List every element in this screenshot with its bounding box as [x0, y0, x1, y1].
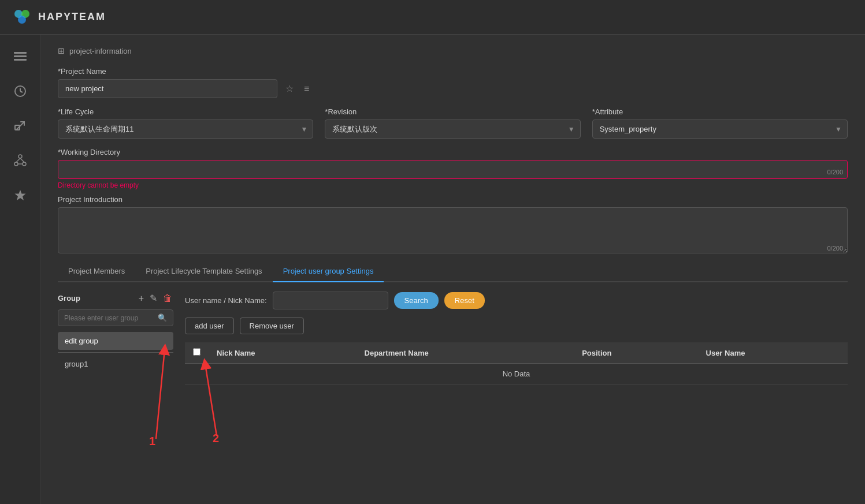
- svg-rect-5: [14, 59, 27, 61]
- group-search-wrapper[interactable]: 🔍: [58, 309, 173, 326]
- add-user-button[interactable]: add user: [185, 318, 234, 334]
- project-intro-wrapper: 0/200: [58, 207, 848, 255]
- tab-lifecycle-settings[interactable]: Project Lifecycle Template Settings: [135, 261, 272, 282]
- reset-button[interactable]: Reset: [444, 292, 485, 309]
- table-col-department: Department Name: [357, 342, 574, 364]
- revision-label: *Revision: [325, 107, 580, 116]
- breadcrumb: ⊞ project-information: [58, 46, 848, 55]
- logo: HAPYTEAM: [12, 7, 106, 28]
- lifecycle-label: *Life Cycle: [58, 107, 313, 116]
- attribute-select[interactable]: System_property: [592, 120, 848, 139]
- table-row-no-data: No Data: [185, 364, 848, 384]
- table-col-username: User Name: [698, 342, 848, 364]
- lifecycle-select-wrapper: 系统默认生命周期11 ▼: [58, 120, 313, 139]
- select-all-checkbox[interactable]: [193, 348, 201, 356]
- group-divider: [58, 352, 173, 353]
- group-actions: + ✎ 🗑: [138, 292, 173, 305]
- project-name-input[interactable]: [58, 79, 277, 98]
- group-search-icon: 🔍: [158, 313, 167, 322]
- svg-rect-4: [14, 55, 27, 57]
- svg-point-12: [23, 162, 26, 166]
- tab-content-usergroup: Group + ✎ 🗑 🔍 edit group: [58, 292, 848, 384]
- working-dir-wrapper: 0/200: [58, 160, 848, 179]
- lifecycle-col: *Life Cycle 系统默认生命周期11 ▼: [58, 107, 313, 139]
- breadcrumb-text: project-information: [69, 47, 132, 55]
- edit-group-button[interactable]: ✎: [149, 292, 158, 305]
- action-row: add user Remove user: [185, 318, 848, 334]
- delete-group-button[interactable]: 🗑: [162, 292, 173, 305]
- table-col-nickname: Nick Name: [209, 342, 357, 364]
- tab-bar: Project Members Project Lifecycle Templa…: [58, 261, 848, 282]
- group-item-group1[interactable]: group1: [58, 355, 173, 373]
- attribute-col: *Attribute System_property ▼: [592, 107, 848, 139]
- no-data-cell: No Data: [185, 364, 848, 384]
- working-dir-input[interactable]: [58, 160, 848, 179]
- user-table: Nick Name Department Name Position User …: [185, 342, 848, 384]
- svg-point-10: [18, 155, 22, 158]
- svg-rect-3: [14, 52, 27, 54]
- attribute-label: *Attribute: [592, 107, 848, 116]
- lifecycle-select[interactable]: 系统默认生命周期11: [58, 120, 313, 139]
- search-label: User name / Nick Name:: [185, 296, 267, 305]
- search-button[interactable]: Search: [394, 292, 439, 309]
- group-header: Group + ✎ 🗑: [58, 292, 173, 305]
- directory-error-msg: Directory cannot be empty: [58, 181, 848, 189]
- svg-line-8: [20, 91, 23, 92]
- sidebar-icon-share[interactable]: [10, 115, 31, 136]
- group-item-edit-group[interactable]: edit group: [58, 332, 173, 350]
- app-name: HAPYTEAM: [38, 11, 106, 23]
- search-row: User name / Nick Name: Search Reset: [185, 292, 848, 309]
- table-header: Nick Name Department Name Position User …: [185, 342, 848, 364]
- right-panel: User name / Nick Name: Search Reset add …: [185, 292, 848, 384]
- content-area: ⊞ project-information *Project Name ☆ ≡ …: [40, 35, 865, 504]
- list-icon-btn[interactable]: ≡: [302, 81, 311, 96]
- svg-line-13: [16, 158, 20, 162]
- username-search-input[interactable]: [273, 292, 388, 309]
- revision-col: *Revision 系统默认版次 ▼: [325, 107, 580, 139]
- tab-usergroup-settings[interactable]: Project user group Settings: [273, 261, 384, 282]
- tab-project-members[interactable]: Project Members: [58, 261, 135, 282]
- attribute-select-wrapper: System_property ▼: [592, 120, 848, 139]
- svg-point-11: [14, 162, 18, 166]
- svg-point-2: [18, 16, 26, 24]
- add-group-button[interactable]: +: [138, 292, 145, 305]
- lifecycle-revision-attribute-row: *Life Cycle 系统默认生命周期11 ▼ *Revision 系统默认版…: [58, 107, 848, 139]
- breadcrumb-icon: ⊞: [58, 46, 65, 55]
- sidebar-icon-star[interactable]: [10, 185, 31, 206]
- table-body: No Data: [185, 364, 848, 384]
- svg-marker-16: [14, 190, 25, 200]
- main-layout: ⊞ project-information *Project Name ☆ ≡ …: [0, 35, 865, 504]
- star-icon-btn[interactable]: ☆: [283, 81, 296, 96]
- revision-select[interactable]: 系统默认版次: [325, 120, 580, 139]
- working-dir-label: *Working Directory: [58, 148, 848, 156]
- sidebar-icon-clock[interactable]: [10, 81, 31, 102]
- group-search-input[interactable]: [64, 314, 154, 322]
- project-name-row: ☆ ≡: [58, 79, 848, 98]
- project-intro-textarea[interactable]: [58, 207, 848, 253]
- table-header-checkbox: [185, 342, 209, 364]
- group-title: Group: [58, 294, 80, 303]
- svg-line-14: [20, 158, 24, 162]
- logo-icon: [12, 7, 32, 28]
- sidebar-icon-network[interactable]: [10, 150, 31, 171]
- project-intro-label: Project Introduction: [58, 195, 848, 204]
- revision-select-wrapper: 系统默认版次 ▼: [325, 120, 580, 139]
- group-panel: Group + ✎ 🗑 🔍 edit group: [58, 292, 173, 384]
- sidebar-icon-layers[interactable]: [10, 46, 31, 67]
- top-bar: HAPYTEAM: [0, 0, 865, 35]
- remove-user-button[interactable]: Remove user: [240, 318, 304, 334]
- sidebar: [0, 35, 40, 504]
- project-name-label: *Project Name: [58, 67, 848, 76]
- group-list: edit group group1: [58, 332, 173, 373]
- table-col-position: Position: [574, 342, 697, 364]
